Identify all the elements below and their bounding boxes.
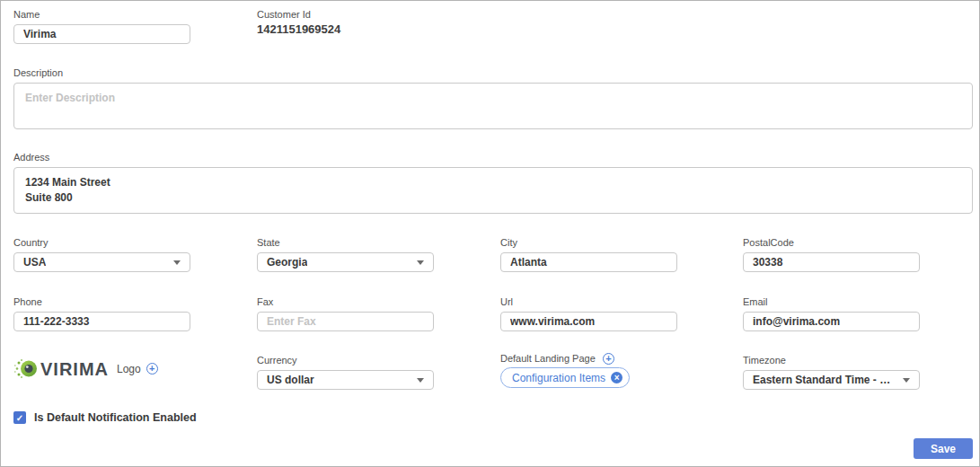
country-select[interactable]: USA [13, 252, 190, 272]
country-label: Country [13, 237, 190, 249]
url-input[interactable] [500, 312, 677, 331]
default-landing-page-label-text: Default Landing Page [500, 353, 596, 364]
add-logo-icon[interactable]: + [146, 363, 158, 374]
notification-checkbox[interactable]: ✓ [13, 411, 26, 424]
url-label: Url [500, 296, 677, 308]
customer-id-value: 1421151969524 [257, 22, 340, 36]
fax-input[interactable] [257, 312, 434, 331]
email-label: Email [743, 296, 920, 308]
address-textarea[interactable]: 1234 Main Street Suite 800 [13, 167, 973, 214]
currency-select[interactable]: US dollar [257, 370, 434, 390]
chevron-down-icon [417, 378, 424, 383]
email-input[interactable] [743, 312, 920, 331]
city-input[interactable] [500, 252, 677, 272]
default-landing-page-group: Default Landing Page + Configuration Ite… [500, 353, 630, 388]
name-field-group: Name [13, 9, 190, 44]
customer-id-group: Customer Id 1421151969524 [257, 9, 340, 36]
description-field-group: Description [13, 67, 973, 133]
customer-settings-form: Name Customer Id 1421151969524 Descripti… [0, 0, 980, 467]
landing-page-chip-text: Configuration Items [512, 372, 605, 384]
fax-field-group: Fax [257, 296, 434, 331]
name-input[interactable] [13, 24, 190, 44]
country-selected-value: USA [23, 256, 46, 269]
name-label: Name [13, 9, 190, 21]
state-selected-value: Georgia [267, 256, 307, 269]
phone-field-group: Phone [13, 296, 190, 331]
chevron-down-icon [173, 260, 181, 265]
state-select[interactable]: Georgia [257, 252, 434, 272]
state-field-group: State Georgia [257, 237, 434, 272]
postal-code-input[interactable] [743, 252, 920, 272]
add-landing-page-icon[interactable]: + [603, 353, 614, 365]
phone-label: Phone [13, 296, 190, 308]
timezone-select[interactable]: Eastern Standard Time - UTC -5:00 [743, 370, 920, 390]
description-textarea[interactable] [13, 83, 973, 129]
address-label: Address [13, 152, 973, 163]
phone-input[interactable] [13, 312, 190, 331]
customer-id-label: Customer Id [257, 9, 340, 21]
currency-label: Currency [257, 355, 434, 366]
city-field-group: City [500, 237, 677, 272]
city-label: City [500, 237, 677, 249]
address-field-group: Address 1234 Main Street Suite 800 [13, 152, 973, 217]
postal-code-field-group: PostalCode [743, 237, 920, 272]
postal-code-label: PostalCode [743, 237, 920, 249]
logo-label: Logo [117, 363, 141, 375]
notification-checkbox-row: ✓ Is Default Notification Enabled [13, 411, 197, 424]
email-field-group: Email [743, 296, 920, 331]
url-field-group: Url [500, 296, 677, 331]
state-label: State [257, 237, 434, 249]
remove-chip-icon[interactable]: × [611, 372, 622, 383]
fax-label: Fax [257, 296, 434, 308]
logo-block: VIRIMA Logo + [13, 357, 158, 381]
save-button[interactable]: Save [914, 438, 973, 459]
virima-brand-text: VIRIMA [40, 358, 109, 380]
currency-selected-value: US dollar [267, 374, 314, 386]
notification-checkbox-label: Is Default Notification Enabled [34, 411, 197, 424]
default-landing-page-label: Default Landing Page + [500, 353, 630, 365]
virima-logo-icon [13, 357, 38, 381]
chevron-down-icon [417, 260, 424, 265]
currency-field-group: Currency US dollar [257, 355, 434, 390]
landing-page-chip[interactable]: Configuration Items × [500, 367, 630, 388]
timezone-field-group: Timezone Eastern Standard Time - UTC -5:… [743, 355, 920, 390]
country-field-group: Country USA [13, 237, 190, 272]
description-label: Description [13, 67, 973, 79]
timezone-selected-value: Eastern Standard Time - UTC -5:00 [753, 374, 897, 386]
timezone-label: Timezone [743, 355, 920, 366]
chevron-down-icon [903, 378, 910, 383]
